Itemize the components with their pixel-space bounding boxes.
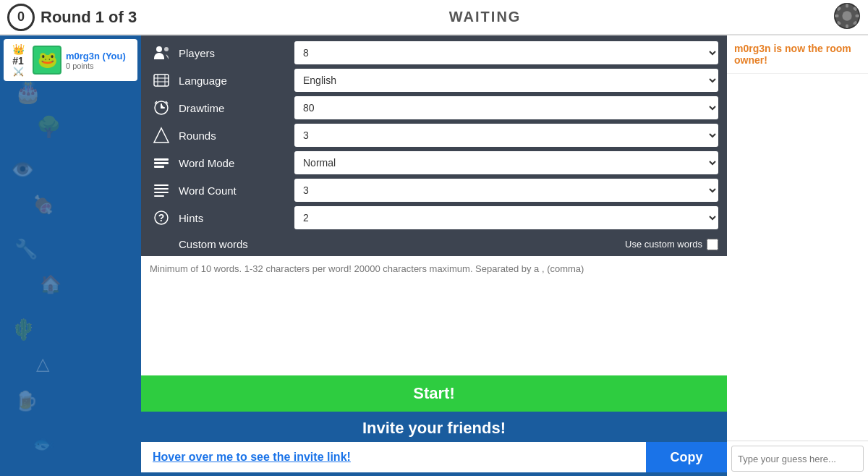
word-mode-select[interactable]: Normal HiddenCombination <box>294 151 718 174</box>
player-name: m0rg3n (You) <box>66 51 133 61</box>
rounds-icon <box>150 124 173 147</box>
round-text: Round 1 of 3 <box>41 8 137 27</box>
invite-link-hover[interactable]: Hover over me to see the invite link! <box>141 442 646 472</box>
copy-button[interactable]: Copy <box>646 442 727 472</box>
player-rank: 👑 #1 ⚔️ <box>8 43 28 77</box>
player-points: 0 points <box>66 61 133 70</box>
custom-words-label: Custom words <box>179 238 248 250</box>
settings-icon[interactable] <box>833 2 861 33</box>
svg-rect-25 <box>154 195 164 197</box>
word-count-select[interactable]: 3 1245 <box>294 179 718 202</box>
rounds-label: Rounds <box>179 129 294 142</box>
word-count-label: Word Count <box>179 184 294 197</box>
word-count-icon <box>150 179 173 202</box>
waiting-status: WAITING <box>449 9 522 25</box>
word-mode-label: Word Mode <box>179 157 294 169</box>
players-label: Players <box>179 47 294 59</box>
rounds-select[interactable]: 3 2456 78910 <box>294 124 718 147</box>
sword-icon: ⚔️ <box>13 67 24 77</box>
language-icon <box>150 69 173 92</box>
timer-value: 0 <box>17 9 25 25</box>
svg-point-11 <box>164 47 169 51</box>
crown-icon: 👑 <box>12 43 25 55</box>
right-panel: m0rg3n is now the room owner! <box>727 35 868 476</box>
invite-area: Invite your friends! Hover over me to se… <box>141 412 727 476</box>
main-panel: Players 8 2345 67910 1112 Language <box>141 35 727 476</box>
players-icon <box>150 41 173 64</box>
hints-icon: ? <box>150 206 173 229</box>
custom-words-toggle-area: Use custom words <box>625 239 718 250</box>
word-mode-icon <box>150 151 173 174</box>
svg-rect-3 <box>846 24 848 28</box>
custom-words-header: Custom words Use custom words <box>141 235 727 256</box>
svg-rect-4 <box>835 14 839 17</box>
drawtime-label: Drawtime <box>179 102 294 114</box>
svg-rect-23 <box>154 188 169 190</box>
chat-input-area <box>727 441 868 476</box>
svg-marker-18 <box>154 128 169 143</box>
word-count-row: Word Count 3 1245 <box>150 179 718 202</box>
svg-rect-22 <box>154 184 169 186</box>
left-panel: 🎂 🌳 👁️ 🍖 🔧 🏠 🌵 △ 🍺 🐟 👑 #1 ⚔️ 🐸 m0rg3n (Y… <box>0 35 141 476</box>
language-select[interactable]: English GermanFrenchSpanish <box>294 69 718 92</box>
hints-row: ? Hints 2 01345 <box>150 206 718 229</box>
hints-label: Hints <box>179 212 294 224</box>
svg-rect-24 <box>154 192 169 193</box>
svg-rect-12 <box>154 75 169 86</box>
player-avatar: 🐸 <box>33 46 61 75</box>
invite-title: Invite your friends! <box>141 419 727 438</box>
rank-number: #1 <box>12 55 24 67</box>
invite-link-row: Hover over me to see the invite link! Co… <box>141 442 727 472</box>
word-mode-row: Word Mode Normal HiddenCombination <box>150 151 718 174</box>
player-card: 👑 #1 ⚔️ 🐸 m0rg3n (You) 0 points <box>4 39 137 81</box>
svg-rect-21 <box>154 166 164 168</box>
svg-rect-5 <box>855 14 859 17</box>
chat-input[interactable] <box>731 446 864 472</box>
drawtime-icon <box>150 96 173 119</box>
top-bar: 0 Round 1 of 3 WAITING <box>0 0 868 35</box>
drawtime-row: Drawtime 80 3040506070 90100120150180 <box>150 96 718 119</box>
svg-text:?: ? <box>158 212 165 224</box>
room-owner-message: m0rg3n is now the room owner! <box>727 35 868 74</box>
hints-select[interactable]: 2 01345 <box>294 206 718 229</box>
svg-rect-19 <box>154 158 169 161</box>
players-row: Players 8 2345 67910 1112 <box>150 41 718 64</box>
svg-point-1 <box>842 11 851 20</box>
language-row: Language English GermanFrenchSpanish <box>150 69 718 92</box>
custom-words-textarea[interactable] <box>141 256 727 375</box>
player-info: m0rg3n (You) 0 points <box>66 51 133 70</box>
start-button[interactable]: Start! <box>141 375 727 412</box>
use-custom-toggle[interactable] <box>707 239 718 250</box>
players-select[interactable]: 8 2345 67910 1112 <box>294 41 718 64</box>
language-label: Language <box>179 75 294 87</box>
settings-area: Players 8 2345 67910 1112 Language <box>141 35 727 235</box>
svg-rect-2 <box>846 3 848 7</box>
drawtime-select[interactable]: 80 3040506070 90100120150180 <box>294 96 718 119</box>
svg-point-10 <box>156 46 162 52</box>
use-custom-label: Use custom words <box>625 239 702 250</box>
timer-circle: 0 <box>7 4 35 31</box>
svg-rect-20 <box>154 162 169 164</box>
rounds-row: Rounds 3 2456 78910 <box>150 124 718 147</box>
top-bar-left: 0 Round 1 of 3 <box>7 4 137 31</box>
chat-area <box>727 74 868 441</box>
